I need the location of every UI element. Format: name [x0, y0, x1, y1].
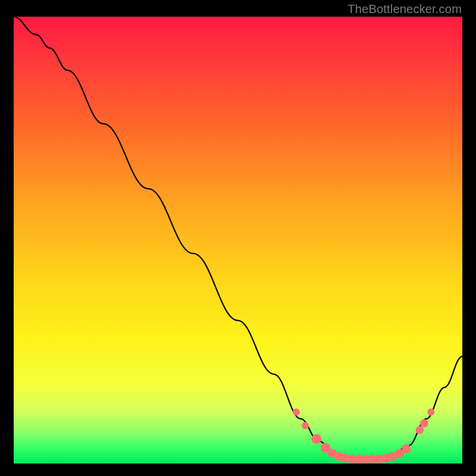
curve-marker [293, 409, 300, 416]
curve-marker [402, 444, 411, 453]
curve-marker [420, 419, 428, 428]
attribution-text: TheBottlenecker.com [347, 2, 462, 16]
curve-marker [312, 434, 322, 444]
bottleneck-curve [14, 17, 462, 459]
curve-marker [302, 422, 309, 429]
curve-layer [14, 17, 462, 464]
curve-marker [427, 409, 434, 416]
marker-group [293, 409, 434, 464]
plot-area [14, 17, 462, 464]
chart-stage: TheBottlenecker.com [0, 0, 476, 476]
curve-marker [416, 426, 424, 434]
